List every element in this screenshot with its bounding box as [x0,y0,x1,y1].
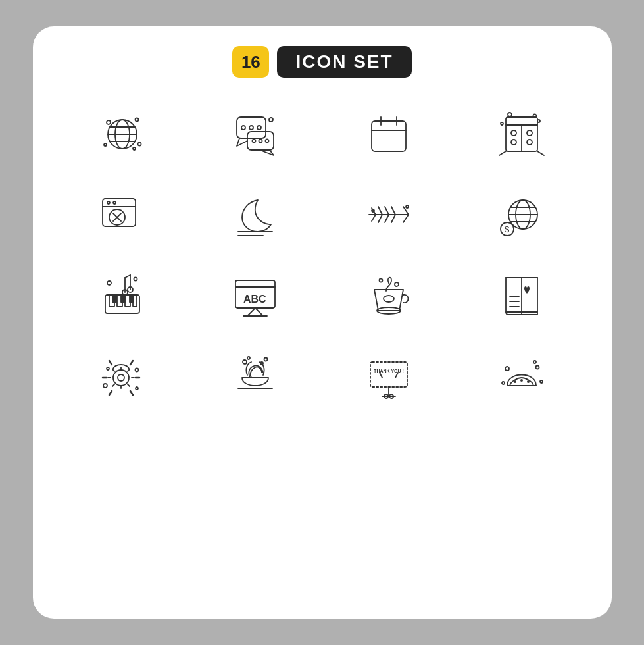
svg-point-7 [137,143,141,146]
svg-point-99 [264,358,268,361]
abc-board-cell: ABC [192,258,319,332]
moon-night-icon [229,188,282,241]
svg-point-18 [269,118,273,122]
fruit-bowl-icon [229,349,282,401]
watermelon-cell [458,338,585,412]
thank-you-sign-icon: THANK YOU ! [362,349,415,401]
svg-point-14 [266,140,269,143]
tea-cup-icon [362,269,415,321]
svg-point-6 [135,118,138,122]
svg-line-47 [372,215,376,221]
svg-rect-19 [372,121,406,151]
svg-line-51 [385,215,389,222]
svg-point-112 [520,379,523,382]
svg-line-49 [378,215,382,222]
globe-network-cell [59,97,186,171]
piano-music-cell [59,258,186,332]
abacus-window-icon [495,108,548,161]
globe-dollar-cell: $ [458,178,585,251]
svg-line-52 [391,207,395,215]
svg-point-38 [107,201,110,204]
svg-point-28 [527,130,532,136]
svg-point-55 [406,205,409,208]
badge-number: 16 [232,46,269,78]
svg-point-114 [505,367,509,371]
svg-point-15 [241,126,245,130]
calendar-icon [362,108,415,161]
browser-error-cell [59,178,186,251]
svg-point-84 [379,279,382,282]
svg-point-17 [257,126,261,130]
chat-bubbles-icon [229,108,282,161]
svg-point-83 [395,282,399,286]
svg-point-111 [514,380,516,383]
svg-line-78 [247,308,255,316]
svg-point-33 [533,115,537,118]
thank-you-sign-cell: THANK YOU ! [326,338,453,412]
svg-line-48 [378,207,382,215]
svg-point-29 [527,140,532,145]
svg-point-5 [107,120,111,124]
svg-text:$: $ [505,224,510,234]
watermelon-icon [495,349,548,401]
svg-point-93 [103,384,107,388]
browser-error-icon [96,188,149,241]
piano-music-icon [96,269,149,321]
svg-point-32 [508,113,512,116]
svg-point-9 [133,147,136,150]
globe-dollar-icon: $ [495,188,548,241]
svg-line-109 [395,373,398,378]
svg-point-100 [247,357,250,359]
svg-point-98 [243,360,247,364]
svg-rect-68 [112,295,116,303]
svg-text:ABC: ABC [243,294,266,305]
svg-rect-11 [247,132,274,150]
gear-settings-cell [59,338,186,412]
love-book-icon [495,269,548,321]
gear-settings-icon [96,349,149,401]
tea-cup-cell [326,258,453,332]
svg-point-113 [527,380,530,383]
svg-point-96 [107,367,109,370]
svg-point-116 [540,380,543,383]
svg-point-74 [134,278,137,281]
svg-point-8 [104,143,107,146]
svg-point-73 [107,281,111,285]
svg-text:THANK YOU !: THANK YOU ! [374,369,404,373]
love-book-cell [458,258,585,332]
svg-point-16 [249,126,253,130]
svg-point-34 [537,120,540,122]
svg-line-50 [385,207,389,215]
chat-bubbles-cell [192,97,319,171]
svg-line-79 [255,308,263,316]
svg-point-27 [511,140,516,145]
calendar-cell [326,97,453,171]
svg-point-82 [384,296,394,302]
svg-line-53 [391,215,395,222]
header: 16 ICON SET [232,46,411,78]
moon-night-cell [192,178,319,251]
header-title: ICON SET [277,46,411,78]
main-card: 16 ICON SET [33,26,612,619]
svg-point-39 [113,201,116,204]
svg-point-91 [113,370,129,386]
fish-bone-cell [326,178,453,251]
svg-point-35 [501,122,503,125]
fish-bone-icon [362,188,415,241]
svg-point-118 [533,361,536,363]
svg-line-31 [537,151,544,155]
abacus-window-cell [458,97,585,171]
abc-board-icon: ABC [229,269,282,321]
fruit-bowl-cell [192,338,319,412]
svg-rect-102 [370,362,407,387]
svg-line-30 [499,151,506,155]
svg-point-92 [118,374,124,381]
globe-network-icon [96,108,149,161]
icon-grid: $ [59,97,585,412]
svg-rect-70 [130,295,134,303]
svg-line-108 [380,373,382,378]
svg-rect-69 [121,295,125,303]
svg-point-12 [253,140,256,143]
svg-point-94 [135,369,138,372]
svg-point-95 [136,387,138,390]
